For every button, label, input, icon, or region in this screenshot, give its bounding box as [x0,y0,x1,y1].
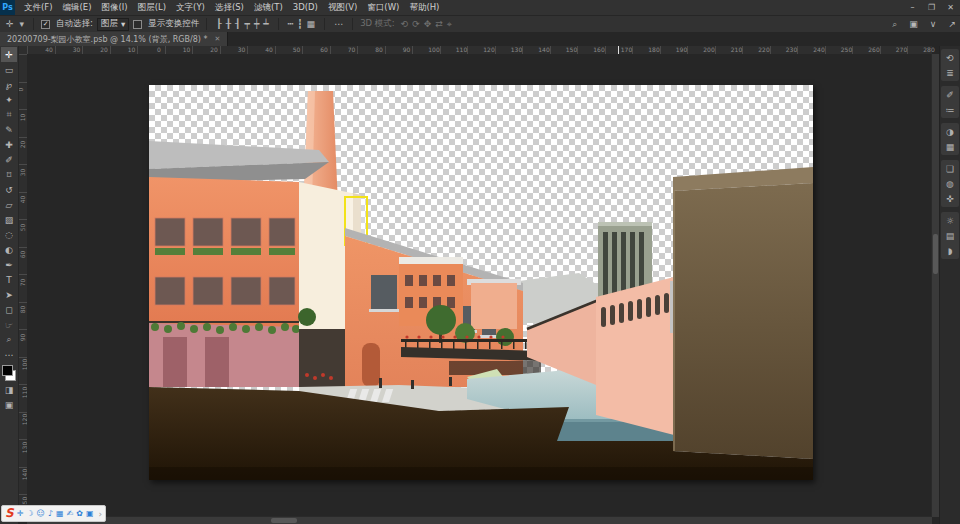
blur-tool[interactable]: ◌ [1,227,17,242]
sogou-voice-icon[interactable]: ♪ [48,509,53,518]
auto-select-dropdown[interactable]: 图层 ▾ [97,18,129,31]
sogou-toolbox-icon[interactable]: ▣ [86,509,94,518]
distribute-h-icon[interactable]: ┇ [295,19,304,29]
menu-items: 文件(F)编辑(E)图像(I)图层(L)文字(Y)选择(S)滤镜(T)3D(D)… [19,2,444,14]
auto-select-label: 自动选择: [56,18,93,30]
distribute-buttons: ┅┇▦ [286,19,317,29]
sogou-emoji-icon[interactable]: ☺ [37,509,45,518]
screen-mode-button[interactable]: ▣ [1,397,17,412]
sogou-pin-icon[interactable]: ✛ [17,509,24,518]
auto-select-checkbox[interactable]: ✓ [41,20,50,29]
sogou-skin-icon[interactable]: ✿ [76,509,83,518]
clone-stamp-tool[interactable]: ⌑ [1,167,17,182]
panel-paths-icon[interactable]: ✜ [943,192,957,205]
workspace-icon[interactable]: ▣ [905,19,922,29]
menu-item[interactable]: 文件(F) [19,2,58,12]
sogou-logo[interactable]: S [5,507,14,520]
menu-item[interactable]: 滤镜(T) [249,2,288,12]
panel-swatches-icon[interactable]: ▦ [943,140,957,153]
sogou-expand-icon[interactable]: › [99,509,103,519]
healing-brush-tool[interactable]: ✚ [1,137,17,152]
sogou-mode-icon[interactable]: ☽ [26,509,33,518]
align-left-icon[interactable]: ┠ [214,19,223,29]
align-buttons: ┠╂┨┯┿┷ [214,19,271,29]
restore-button[interactable]: ❐ [922,0,941,15]
minimize-button[interactable]: – [903,0,922,15]
vertical-scrollbar[interactable] [931,54,939,517]
show-transform-checkbox[interactable] [133,20,142,29]
horizontal-scrollbar[interactable] [27,516,932,524]
h-ruler-label: 150 [566,46,577,54]
distribute-v-icon[interactable]: ┅ [286,19,295,29]
crop-tool[interactable]: ⌗ [1,107,17,122]
menu-item[interactable]: 视图(V) [323,2,362,12]
panel-libraries-icon[interactable]: ▤ [943,229,957,242]
menu-item[interactable]: 图层(L) [133,2,171,12]
menu-item[interactable]: 图像(I) [97,2,133,12]
panel-layers-icon[interactable]: ❏ [943,162,957,175]
align-right-icon[interactable]: ┨ [233,19,242,29]
eyedropper-tool[interactable]: ✎ [1,122,17,137]
menu-item[interactable]: 选择(S) [210,2,249,12]
share-icon[interactable]: ↗ [944,19,960,29]
h-ruler-label: 260 [868,46,879,54]
dodge-tool[interactable]: ◐ [1,242,17,257]
quick-mask-button[interactable]: ◨ [1,382,17,397]
color-swatches[interactable] [1,364,17,382]
more-options-icon[interactable]: ⋯ [332,19,345,29]
shape-tool[interactable]: ◻ [1,302,17,317]
lasso-tool[interactable]: ℘ [1,77,17,92]
pen-tool[interactable]: ✒ [1,257,17,272]
quick-select-tool[interactable]: ✦ [1,92,17,107]
horizontal-scrollbar-thumb[interactable] [271,518,297,523]
align-bottom-icon[interactable]: ┷ [261,19,270,29]
path-select-tool[interactable]: ➤ [1,287,17,302]
menu-item[interactable]: 窗口(W) [362,2,404,12]
panel-brush-icon[interactable]: ✐ [943,88,957,101]
brush-tool[interactable]: ✐ [1,152,17,167]
distribute-spacing-icon[interactable]: ▦ [305,19,318,29]
panel-history-icon[interactable]: ⟲ [943,51,957,64]
panel-adjustments-icon[interactable]: ◗ [943,244,957,257]
tab-close-icon[interactable]: ✕ [214,35,220,43]
canvas[interactable] [149,85,813,480]
tool-preset-chevron-icon[interactable]: ▾ [18,19,27,29]
menu-item[interactable]: 编辑(E) [58,2,97,12]
edit-toolbar-button[interactable]: ⋯ [1,347,17,362]
panel-properties-icon[interactable]: ≣ [943,66,957,79]
sogou-handwriting-icon[interactable]: ✍ [67,509,74,518]
search-icon[interactable]: ⌕ [888,19,901,30]
v-ruler-label: 40 [19,196,26,204]
align-top-icon[interactable]: ┯ [243,19,252,29]
input-method-toolbar[interactable]: S ✛☽☺♪▦✍✿▣ › [1,505,106,522]
type-tool[interactable]: T [1,272,17,287]
document-tab[interactable]: 20200709-梨园小教室.psb @ 14.1% (背景, RGB/8) *… [0,32,228,46]
workspace-chevron-icon[interactable]: ∨ [926,19,941,29]
menu-item[interactable]: 帮助(H) [404,2,444,12]
panel-learn-icon[interactable]: ☼ [943,214,957,227]
v-ruler-label: 90 [19,333,26,341]
vertical-scrollbar-thumb[interactable] [933,234,938,274]
panel-channels-icon[interactable]: ◍ [943,177,957,190]
v-ruler-label: 0 [19,88,24,92]
canvas-viewport[interactable] [27,54,932,517]
close-button[interactable]: ✕ [941,0,960,15]
zoom-tool[interactable]: ⌕ [1,332,17,347]
h-ruler-label: 100 [428,46,439,54]
panel-color-icon[interactable]: ◑ [943,125,957,138]
hand-tool[interactable]: ☞ [1,317,17,332]
sogou-keyboard-icon[interactable]: ▦ [56,509,64,518]
history-brush-tool[interactable]: ↺ [1,182,17,197]
menu-item[interactable]: 文字(Y) [171,2,210,12]
panel-brush-settings-icon[interactable]: ≔ [943,103,957,116]
menu-item[interactable]: 3D(D) [288,2,323,12]
gradient-tool[interactable]: ▨ [1,212,17,227]
eraser-tool[interactable]: ▱ [1,197,17,212]
marquee-tool[interactable]: ▭ [1,62,17,77]
move-tool[interactable]: ✛ [1,47,17,62]
foreground-color-swatch[interactable] [2,365,13,376]
align-h-center-icon[interactable]: ╂ [224,19,233,29]
h-ruler-label: 80 [375,46,383,54]
h-ruler-label: 90 [403,46,411,54]
align-v-center-icon[interactable]: ┿ [252,19,261,29]
